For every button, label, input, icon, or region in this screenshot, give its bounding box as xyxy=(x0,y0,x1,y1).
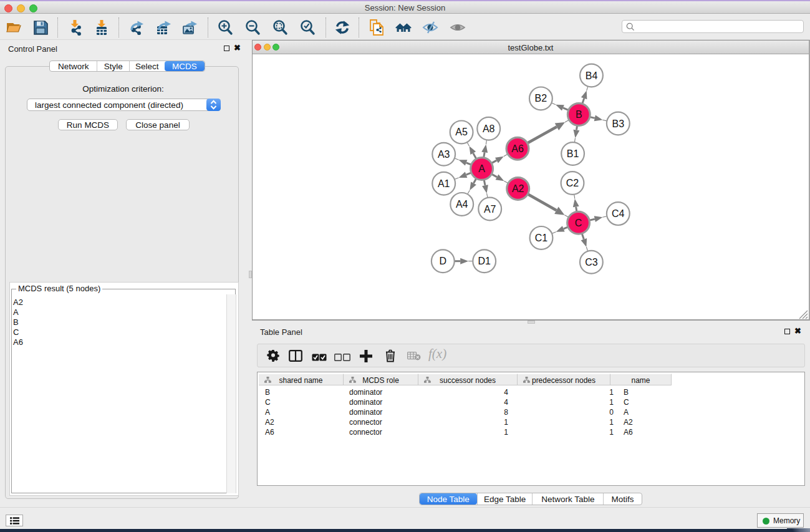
svg-text:B1: B1 xyxy=(567,148,579,159)
svg-text:A3: A3 xyxy=(438,149,450,160)
svg-text:A4: A4 xyxy=(456,199,468,210)
svg-text:B2: B2 xyxy=(535,93,547,104)
svg-text:C3: C3 xyxy=(585,257,598,268)
svg-text:C: C xyxy=(575,218,582,228)
svg-text:B: B xyxy=(576,109,582,120)
svg-text:A1: A1 xyxy=(438,178,450,189)
svg-text:A7: A7 xyxy=(484,204,496,215)
svg-text:A: A xyxy=(478,163,485,174)
svg-text:D1: D1 xyxy=(478,256,491,266)
svg-text:B3: B3 xyxy=(612,118,625,129)
svg-text:D: D xyxy=(440,256,447,266)
svg-text:A5: A5 xyxy=(455,127,468,137)
svg-text:A8: A8 xyxy=(483,123,495,134)
svg-text:C2: C2 xyxy=(566,178,579,188)
svg-text:A2: A2 xyxy=(512,183,524,194)
svg-text:B4: B4 xyxy=(586,70,598,81)
svg-text:C4: C4 xyxy=(612,208,625,219)
svg-text:C1: C1 xyxy=(535,233,548,243)
svg-text:A6: A6 xyxy=(511,143,524,154)
